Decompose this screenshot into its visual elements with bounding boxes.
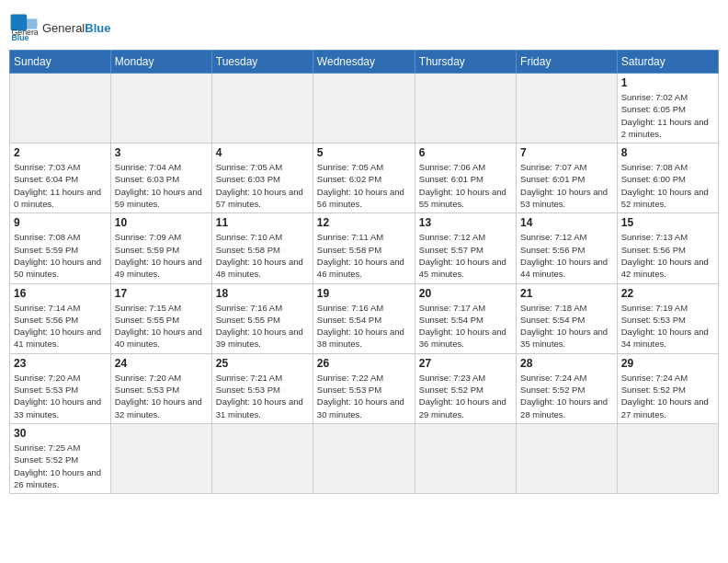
day-info: Sunrise: 7:15 AMSunset: 5:55 PMDaylight:… [115,302,208,350]
day-number: 3 [115,146,208,159]
logo: General Blue GeneralBlue [9,13,110,42]
day-number: 13 [419,216,512,229]
day-number: 16 [14,287,107,300]
calendar-day-header: Saturday [617,51,718,74]
calendar-day-cell: 6Sunrise: 7:06 AMSunset: 6:01 PMDaylight… [415,144,516,213]
day-info: Sunrise: 7:04 AMSunset: 6:03 PMDaylight:… [115,161,208,210]
day-info: Sunrise: 7:23 AMSunset: 5:52 PMDaylight:… [419,372,512,420]
day-number: 23 [14,357,107,370]
calendar-day-cell [617,423,718,493]
day-info: Sunrise: 7:24 AMSunset: 5:52 PMDaylight:… [621,372,714,420]
calendar-day-cell: 26Sunrise: 7:22 AMSunset: 5:53 PMDayligh… [313,353,415,423]
calendar-day-header: Thursday [415,51,516,74]
calendar-week-row: 23Sunrise: 7:20 AMSunset: 5:53 PMDayligh… [10,353,719,423]
calendar-week-row: 1Sunrise: 7:02 AMSunset: 6:05 PMDaylight… [10,74,719,144]
day-number: 12 [317,216,411,229]
calendar-day-header: Sunday [10,51,111,74]
day-number: 25 [216,357,309,370]
day-number: 20 [419,287,512,300]
day-number: 5 [317,146,411,159]
calendar-day-header: Wednesday [313,51,415,74]
calendar-day-cell [415,74,516,144]
calendar-day-cell: 11Sunrise: 7:10 AMSunset: 5:58 PMDayligh… [211,213,313,283]
day-info: Sunrise: 7:20 AMSunset: 5:53 PMDaylight:… [14,372,107,420]
calendar-day-cell: 17Sunrise: 7:15 AMSunset: 5:55 PMDayligh… [110,283,211,353]
calendar-day-cell: 22Sunrise: 7:19 AMSunset: 5:53 PMDayligh… [617,283,718,353]
calendar-day-cell [313,74,415,144]
day-info: Sunrise: 7:24 AMSunset: 5:52 PMDaylight:… [520,372,613,420]
day-number: 22 [621,287,714,300]
day-info: Sunrise: 7:20 AMSunset: 5:53 PMDaylight:… [115,372,208,420]
day-info: Sunrise: 7:09 AMSunset: 5:59 PMDaylight:… [115,231,208,280]
day-info: Sunrise: 7:05 AMSunset: 6:02 PMDaylight:… [317,161,411,210]
day-number: 15 [621,216,714,229]
day-info: Sunrise: 7:05 AMSunset: 6:03 PMDaylight:… [216,161,309,210]
page: General Blue GeneralBlue SundayMondayTue… [0,0,728,563]
day-info: Sunrise: 7:14 AMSunset: 5:56 PMDaylight:… [14,302,107,350]
day-number: 30 [14,427,107,440]
svg-text:Blue: Blue [11,33,28,42]
calendar-day-cell [211,74,313,144]
day-info: Sunrise: 7:17 AMSunset: 5:54 PMDaylight:… [419,302,512,350]
calendar-day-cell: 30Sunrise: 7:25 AMSunset: 5:52 PMDayligh… [10,423,111,493]
day-info: Sunrise: 7:07 AMSunset: 6:01 PMDaylight:… [520,161,613,210]
calendar-day-header: Monday [110,51,211,74]
calendar-day-cell: 9Sunrise: 7:08 AMSunset: 5:59 PMDaylight… [10,213,111,283]
day-info: Sunrise: 7:08 AMSunset: 6:00 PMDaylight:… [621,161,714,210]
calendar-day-cell: 7Sunrise: 7:07 AMSunset: 6:01 PMDaylight… [517,144,618,213]
day-number: 7 [520,146,613,159]
calendar-day-cell: 1Sunrise: 7:02 AMSunset: 6:05 PMDaylight… [617,74,718,144]
calendar-day-cell: 15Sunrise: 7:13 AMSunset: 5:56 PMDayligh… [617,213,718,283]
day-info: Sunrise: 7:06 AMSunset: 6:01 PMDaylight:… [419,161,512,210]
calendar-day-header: Friday [517,51,618,74]
calendar-day-cell [10,74,111,144]
day-info: Sunrise: 7:25 AMSunset: 5:52 PMDaylight:… [14,442,107,490]
day-info: Sunrise: 7:12 AMSunset: 5:57 PMDaylight:… [419,231,512,280]
calendar-day-cell [517,74,618,144]
calendar-day-cell: 27Sunrise: 7:23 AMSunset: 5:52 PMDayligh… [415,353,516,423]
day-number: 26 [317,357,411,370]
day-info: Sunrise: 7:21 AMSunset: 5:53 PMDaylight:… [216,372,309,420]
calendar-day-cell: 19Sunrise: 7:16 AMSunset: 5:54 PMDayligh… [313,283,415,353]
calendar-day-cell: 3Sunrise: 7:04 AMSunset: 6:03 PMDaylight… [110,144,211,213]
calendar-day-cell [415,423,516,493]
day-number: 28 [520,357,613,370]
calendar-day-cell: 18Sunrise: 7:16 AMSunset: 5:55 PMDayligh… [211,283,313,353]
day-number: 11 [216,216,309,229]
calendar-day-cell: 28Sunrise: 7:24 AMSunset: 5:52 PMDayligh… [517,353,618,423]
day-number: 21 [520,287,613,300]
calendar-day-cell: 16Sunrise: 7:14 AMSunset: 5:56 PMDayligh… [10,283,111,353]
day-info: Sunrise: 7:16 AMSunset: 5:54 PMDaylight:… [317,302,411,350]
generalblue-logo-icon: General Blue [9,13,39,42]
header: General Blue GeneralBlue [9,9,719,42]
calendar-day-cell: 13Sunrise: 7:12 AMSunset: 5:57 PMDayligh… [415,213,516,283]
day-number: 18 [216,287,309,300]
day-number: 2 [14,146,107,159]
day-number: 8 [621,146,714,159]
day-info: Sunrise: 7:19 AMSunset: 5:53 PMDaylight:… [621,302,714,350]
calendar-day-cell [517,423,618,493]
day-info: Sunrise: 7:13 AMSunset: 5:56 PMDaylight:… [621,231,714,280]
day-info: Sunrise: 7:18 AMSunset: 5:54 PMDaylight:… [520,302,613,350]
day-number: 27 [419,357,512,370]
calendar-day-header: Tuesday [211,51,313,74]
calendar-day-cell: 25Sunrise: 7:21 AMSunset: 5:53 PMDayligh… [211,353,313,423]
day-number: 10 [115,216,208,229]
day-info: Sunrise: 7:08 AMSunset: 5:59 PMDaylight:… [14,231,107,280]
calendar-day-cell: 29Sunrise: 7:24 AMSunset: 5:52 PMDayligh… [617,353,718,423]
calendar-day-cell: 20Sunrise: 7:17 AMSunset: 5:54 PMDayligh… [415,283,516,353]
day-number: 14 [520,216,613,229]
day-number: 9 [14,216,107,229]
calendar-day-cell: 4Sunrise: 7:05 AMSunset: 6:03 PMDaylight… [211,144,313,213]
calendar-table: SundayMondayTuesdayWednesdayThursdayFrid… [9,50,719,494]
day-number: 29 [621,357,714,370]
calendar-week-row: 9Sunrise: 7:08 AMSunset: 5:59 PMDaylight… [10,213,719,283]
calendar-day-cell [313,423,415,493]
day-info: Sunrise: 7:11 AMSunset: 5:58 PMDaylight:… [317,231,411,280]
calendar-day-cell: 24Sunrise: 7:20 AMSunset: 5:53 PMDayligh… [110,353,211,423]
calendar-day-cell: 2Sunrise: 7:03 AMSunset: 6:04 PMDaylight… [10,144,111,213]
calendar-week-row: 30Sunrise: 7:25 AMSunset: 5:52 PMDayligh… [10,423,719,493]
calendar-day-cell: 21Sunrise: 7:18 AMSunset: 5:54 PMDayligh… [517,283,618,353]
day-info: Sunrise: 7:16 AMSunset: 5:55 PMDaylight:… [216,302,309,350]
day-info: Sunrise: 7:02 AMSunset: 6:05 PMDaylight:… [621,91,714,140]
